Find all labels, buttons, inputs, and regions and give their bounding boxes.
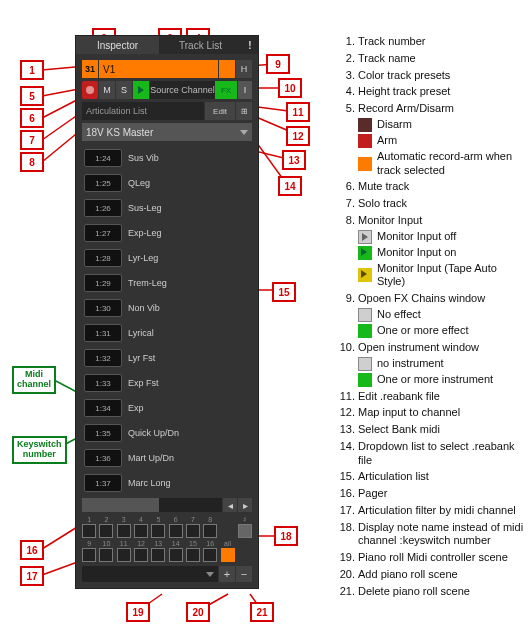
tab-tracklist[interactable]: Track List — [159, 36, 242, 54]
articulation-name: Quick Up/Dn — [128, 428, 179, 438]
color-preset[interactable] — [219, 60, 235, 78]
callout-keyswitch-number: Keyswitch number — [12, 436, 67, 464]
filter-ch-12[interactable]: 12 — [134, 540, 148, 562]
articulation-name: Sus Vib — [128, 153, 159, 163]
list-item[interactable]: 1:37Marc Long — [82, 472, 252, 494]
articulation-name: Marc Long — [128, 478, 171, 488]
list-item[interactable]: 1:31Lyrical — [82, 322, 252, 344]
legend-item: Color track presets — [358, 69, 524, 83]
filter-ch-13[interactable]: 13 — [151, 540, 165, 562]
legend-item: Monitor Input Monitor Input off Monitor … — [358, 214, 524, 289]
midi-channel-filter: 1 2 3 4 5 6 7 8 ♯ 9 10 11 12 13 14 15 16… — [82, 516, 252, 562]
keyswitch-badge: 1:26 — [84, 199, 122, 217]
keyswitch-badge: 1:37 — [84, 474, 122, 492]
note-name-toggle[interactable]: ♯ — [238, 516, 252, 538]
pager-left[interactable]: ◂ — [223, 498, 237, 512]
callout-17: 17 — [20, 566, 44, 586]
keyswitch-badge: 1:34 — [84, 399, 122, 417]
list-item[interactable]: 1:26Sus-Leg — [82, 197, 252, 219]
filter-ch-6[interactable]: 6 — [168, 516, 182, 538]
legend-item: Opoen FX Chains window No effect One or … — [358, 292, 524, 338]
filter-ch-8[interactable]: 8 — [203, 516, 217, 538]
filter-ch-7[interactable]: 7 — [186, 516, 200, 538]
keyswitch-badge: 1:33 — [84, 374, 122, 392]
bank-selected: 18V KS Master — [86, 127, 153, 138]
instrument-button[interactable]: I — [238, 81, 252, 99]
track-number[interactable]: 31 — [82, 60, 98, 78]
map-icon: ⊞ — [241, 107, 248, 116]
filter-ch-11[interactable]: 11 — [117, 540, 131, 562]
articulation-name: Exp — [128, 403, 144, 413]
filter-ch-10[interactable]: 10 — [99, 540, 113, 562]
callout-12: 12 — [286, 126, 310, 146]
keyswitch-badge: 1:30 — [84, 299, 122, 317]
articulation-name: QLeg — [128, 178, 150, 188]
articulation-name: Lyrical — [128, 328, 154, 338]
record-arm-button[interactable] — [82, 81, 98, 99]
list-item[interactable]: 1:35Quick Up/Dn — [82, 422, 252, 444]
filter-ch-14[interactable]: 14 — [168, 540, 182, 562]
list-item[interactable]: 1:36Mart Up/Dn — [82, 447, 252, 469]
callout-midi-channel: Midi channel — [12, 366, 56, 394]
height-preset[interactable]: H — [236, 60, 252, 78]
pager: ◂ ▸ — [82, 498, 252, 512]
callout-1: 1 — [20, 60, 44, 80]
list-item[interactable]: 1:27Exp-Leg — [82, 222, 252, 244]
mute-button[interactable]: M — [99, 81, 115, 99]
filter-ch-5[interactable]: 5 — [151, 516, 165, 538]
callout-5: 5 — [20, 86, 44, 106]
callout-9: 9 — [266, 54, 290, 74]
legend-item: Height track preset — [358, 85, 524, 99]
callout-7: 7 — [20, 130, 44, 150]
legend-item: Open instrument window no instrument One… — [358, 341, 524, 387]
list-item[interactable]: 1:33Exp Fst — [82, 372, 252, 394]
filter-ch-15[interactable]: 15 — [186, 540, 200, 562]
track-name[interactable]: V1 — [99, 60, 218, 78]
filter-ch-3[interactable]: 3 — [117, 516, 131, 538]
tab-bar: Inspector Track List ! — [76, 36, 258, 54]
keyswitch-badge: 1:31 — [84, 324, 122, 342]
list-item[interactable]: 1:29Trem-Leg — [82, 272, 252, 294]
list-item[interactable]: 1:24Sus Vib — [82, 147, 252, 169]
filter-all[interactable]: all — [220, 540, 234, 562]
filter-ch-16[interactable]: 16 — [203, 540, 217, 562]
filter-ch-9[interactable]: 9 — [82, 540, 96, 562]
edit-reabank-button[interactable]: Edit — [205, 102, 235, 120]
keyswitch-badge: 1:35 — [84, 424, 122, 442]
scene-dropdown[interactable] — [82, 566, 218, 582]
pager-right[interactable]: ▸ — [238, 498, 252, 512]
legend-item: Edit .reabank file — [358, 390, 524, 404]
list-item[interactable]: 1:25QLeg — [82, 172, 252, 194]
list-item[interactable]: 1:30Non Vib — [82, 297, 252, 319]
fx-button[interactable]: FX — [215, 81, 237, 99]
callout-14: 14 — [278, 176, 302, 196]
list-item[interactable]: 1:28Lyr-Leg — [82, 247, 252, 269]
source-channel[interactable]: Source Channel — [150, 81, 215, 99]
legend-item: Map input to channel — [358, 406, 524, 420]
legend-item: Display note name instead of midi channe… — [358, 521, 524, 549]
pager-scrollbar[interactable] — [82, 498, 222, 512]
monitor-input-button[interactable] — [133, 81, 149, 99]
callout-18: 18 — [274, 526, 298, 546]
list-item[interactable]: 1:34Exp — [82, 397, 252, 419]
bank-dropdown[interactable]: 18V KS Master — [82, 123, 252, 141]
filter-ch-4[interactable]: 4 — [134, 516, 148, 538]
keyswitch-badge: 1:36 — [84, 449, 122, 467]
tab-alert[interactable]: ! — [242, 36, 258, 54]
callout-13: 13 — [282, 150, 306, 170]
chevron-down-icon — [240, 130, 248, 135]
add-scene-button[interactable]: + — [219, 566, 235, 582]
delete-scene-button[interactable]: − — [236, 566, 252, 582]
filter-ch-1[interactable]: 1 — [82, 516, 96, 538]
tab-inspector[interactable]: Inspector — [76, 36, 159, 54]
keyswitch-badge: 1:29 — [84, 274, 122, 292]
pager-thumb[interactable] — [82, 498, 159, 512]
filter-ch-2[interactable]: 2 — [99, 516, 113, 538]
record-icon — [86, 86, 94, 94]
callout-15: 15 — [272, 282, 296, 302]
map-input-button[interactable]: ⊞ — [236, 102, 252, 120]
list-item[interactable]: 1:32Lyr Fst — [82, 347, 252, 369]
solo-button[interactable]: S — [116, 81, 132, 99]
legend-item: Mute track — [358, 180, 524, 194]
legend-item: Articulation filter by midi channel — [358, 504, 524, 518]
